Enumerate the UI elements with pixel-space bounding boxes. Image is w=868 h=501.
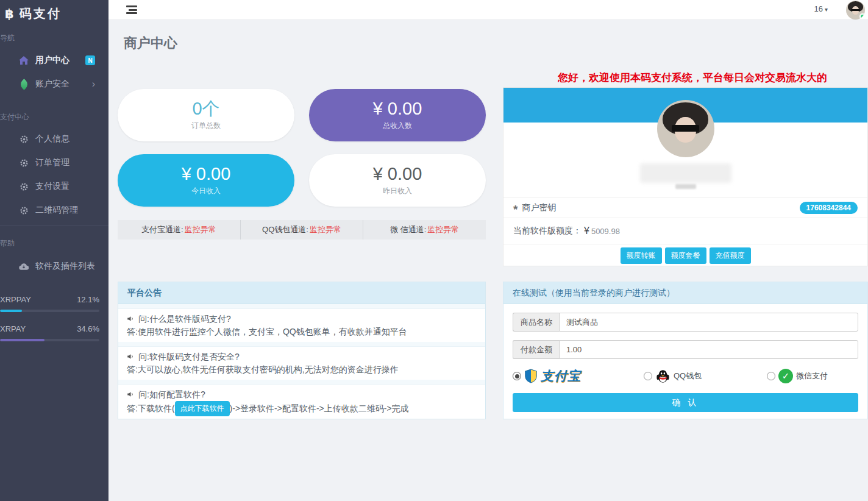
confirm-button[interactable]: 确 认 <box>513 393 858 412</box>
card-label: 订单总数 <box>191 121 221 131</box>
online-test-panel: 在线测试（使用当前登录的商户进行测试） 商品名称 付款金额 支付宝 Q <box>503 282 868 419</box>
download-software-button[interactable]: 点此下载软件 <box>175 401 230 416</box>
notification-count-dropdown[interactable]: 16▾ <box>814 4 828 13</box>
channel-status: 监控异常 <box>310 224 341 235</box>
card-label: 昨日收入 <box>383 186 412 196</box>
radio-alipay[interactable] <box>513 372 521 380</box>
sidebar-item-label: 用户中心 <box>35 55 69 66</box>
quota-transfer-button[interactable]: 额度转账 <box>621 247 662 264</box>
product-name-group: 商品名称 <box>513 313 858 332</box>
sidebar-item-account-security[interactable]: 账户安全 › <box>0 73 108 96</box>
merchant-avatar <box>657 100 714 157</box>
gear-icon <box>19 206 29 215</box>
announcements-title: 平台公告 <box>118 282 485 304</box>
quota-label: 当前软件版额度： <box>513 226 582 236</box>
new-badge: N <box>85 55 95 65</box>
card-label: 总收入数 <box>383 121 412 131</box>
wechat-check-icon: ✓ <box>778 369 793 383</box>
sidebar-section-help: 帮助 <box>0 238 15 249</box>
sidebar-item-label: 支付设置 <box>35 181 69 192</box>
card-value: ¥ 0.00 <box>373 99 422 119</box>
pay-option-alipay[interactable]: 支付宝 <box>513 368 644 385</box>
sidebar-stat-xrpay: XRPAY 34.6% <box>0 324 108 341</box>
card-value: 0个 <box>192 99 219 119</box>
merchant-key-badge[interactable]: 17608342844 <box>800 202 858 214</box>
merchant-dashboard: ฿ 码支付 导航 用户中心 N 账户安全 › 支付中心 个人信息 订单管理 <box>0 0 868 501</box>
stat-value: 34.6% <box>77 324 99 333</box>
app-logo[interactable]: ฿ 码支付 <box>0 0 108 22</box>
sidebar-item-label: 账户安全 <box>35 79 69 90</box>
online-status-dot <box>859 13 865 20</box>
card-total-income: ¥ 0.00 总收入数 <box>309 89 486 141</box>
announcement-answer: 答:下载软件(点此下载软件)->登录软件->配置软件->上传收款二维码->完成 <box>127 401 477 416</box>
channel-label: 微 信通道: <box>390 224 426 235</box>
announcement-answer: 答:大可以放心,软件无任何获取支付密码的机构,无法对您的资金进行操作 <box>127 363 477 376</box>
channel-wechat[interactable]: 微 信通道: 监控异常 <box>363 220 486 240</box>
pay-option-qq-wallet[interactable]: QQ钱包 <box>644 369 729 384</box>
progress-bar <box>0 310 99 312</box>
gear-icon <box>19 182 29 191</box>
speaker-icon <box>127 391 135 398</box>
merchant-key-row: * 商户密钥 17608342844 <box>503 197 867 218</box>
gear-icon <box>19 158 29 168</box>
radio-wechat[interactable] <box>767 372 775 380</box>
sidebar-section-pay: 支付中心 <box>0 112 29 123</box>
speaker-icon <box>127 315 135 322</box>
channel-status-bar: 支付宝通道: 监控异常 QQ钱包通道: 监控异常 微 信通道: 监控异常 <box>118 220 486 240</box>
product-name-input[interactable] <box>560 313 858 332</box>
welcome-marquee: 您好，欢迎使用本码支付系统，平台每日会对交易流水大的 <box>558 71 868 84</box>
announcement-item: 问:什么是软件版码支付? 答:使用软件进行监控个人微信，支付宝，QQ钱包账单，有… <box>118 309 485 342</box>
amount-input[interactable] <box>560 340 858 359</box>
sidebar-stat-xrppay: XRPPAY 12.1% <box>0 295 108 312</box>
app-logo-text: 码支付 <box>20 5 62 22</box>
card-order-total: 0个 订单总数 <box>118 89 294 141</box>
sidebar-item-qrcode-management[interactable]: 二维码管理 <box>0 199 108 222</box>
card-label: 今日收入 <box>191 186 221 196</box>
amount-label: 付款金额 <box>513 340 560 359</box>
quota-package-button[interactable]: 额度套餐 <box>665 247 706 264</box>
platform-announcements-panel: 平台公告 问:什么是软件版码支付? 答:使用软件进行监控个人微信，支付宝，QQ钱… <box>118 282 486 419</box>
sidebar-item-personal-info[interactable]: 个人信息 <box>0 127 108 151</box>
stat-value: 12.1% <box>77 295 99 304</box>
alipay-shield-icon <box>524 369 538 383</box>
channel-qq-wallet[interactable]: QQ钱包通道: 监控异常 <box>240 220 363 240</box>
quota-row: 当前软件版额度： ¥ 5009.98 <box>503 218 867 244</box>
radio-qq-wallet[interactable] <box>644 372 652 380</box>
sidebar: ฿ 码支付 导航 用户中心 N 账户安全 › 支付中心 个人信息 订单管理 <box>0 0 108 501</box>
pay-option-wechat[interactable]: ✓ 微信支付 <box>767 369 828 383</box>
stat-cards: 0个 订单总数 ¥ 0.00 总收入数 ¥ 0.00 今日收入 ¥ 0.00 昨… <box>118 89 486 207</box>
card-value: ¥ 0.00 <box>373 165 422 184</box>
announcement-question: 问:软件版码支付是否安全? <box>138 350 240 363</box>
sidebar-item-software-list[interactable]: 软件及插件列表 <box>0 255 108 278</box>
sidebar-item-label: 二维码管理 <box>35 205 78 216</box>
cloud-download-icon <box>19 263 29 271</box>
sidebar-item-payment-settings[interactable]: 支付设置 <box>0 175 108 198</box>
avatar-sunglasses <box>672 125 699 131</box>
answer-prefix: 答:下载软件( <box>127 403 175 413</box>
sidebar-item-user-center[interactable]: 用户中心 N <box>0 49 108 72</box>
sidebar-item-order-management[interactable]: 订单管理 <box>0 151 108 174</box>
sidebar-item-label: 个人信息 <box>35 133 69 144</box>
avatar-sunglasses <box>851 9 860 11</box>
sidebar-divider <box>0 226 108 226</box>
quota-recharge-button[interactable]: 充值额度 <box>710 247 751 264</box>
card-value: ¥ 0.00 <box>182 165 231 184</box>
sidebar-toggle-icon[interactable] <box>126 5 137 14</box>
row-separator <box>118 342 485 347</box>
merchant-subtext-blurred <box>675 184 696 189</box>
page-title: 商户中心 <box>124 34 177 52</box>
row-separator <box>118 304 485 309</box>
stat-name: XRPPAY <box>0 295 31 304</box>
quota-actions: 额度转账 额度套餐 充值额度 <box>503 244 867 267</box>
home-icon <box>19 56 29 65</box>
channel-status: 监控异常 <box>185 224 216 235</box>
channel-label: 支付宝通道: <box>141 224 183 235</box>
caret-down-icon: ▾ <box>825 6 828 13</box>
channel-alipay[interactable]: 支付宝通道: 监控异常 <box>118 220 240 240</box>
speaker-icon <box>127 353 135 360</box>
qq-wallet-label: QQ钱包 <box>674 371 702 382</box>
user-avatar[interactable] <box>846 1 865 20</box>
gear-icon <box>19 135 29 144</box>
merchant-profile-panel: * 商户密钥 17608342844 当前软件版额度： ¥ 5009.98 额度… <box>503 87 868 266</box>
sidebar-item-label: 软件及插件列表 <box>35 261 95 272</box>
